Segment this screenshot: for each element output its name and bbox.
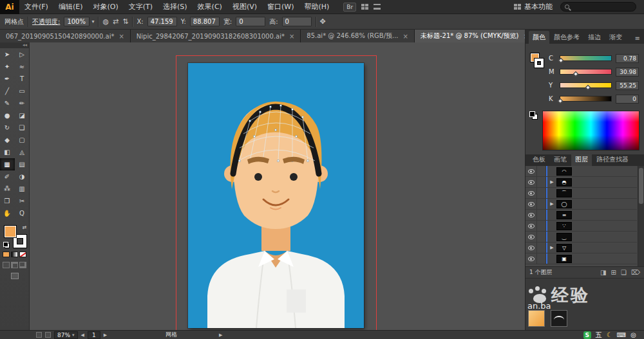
new-layer-icon[interactable]: ❏ bbox=[621, 269, 627, 276]
x-input[interactable]: 47.159 bbox=[147, 17, 177, 26]
panel-stroke-swatch[interactable] bbox=[535, 59, 544, 68]
visibility-toggle[interactable] bbox=[526, 253, 537, 264]
artboard-tool[interactable]: ❒ bbox=[0, 195, 15, 207]
cyan-slider[interactable] bbox=[560, 55, 612, 61]
cyan-value-input[interactable]: 0.78 bbox=[616, 54, 639, 63]
ime-logo[interactable]: S bbox=[583, 331, 591, 339]
mesh-tool[interactable]: ▦ bbox=[0, 158, 15, 170]
new-sublayer-icon[interactable]: ⊞ bbox=[611, 269, 616, 276]
magenta-slider[interactable] bbox=[560, 69, 612, 75]
menu-view[interactable]: 视图(V) bbox=[227, 0, 262, 14]
expand-triangle-icon[interactable]: ▶ bbox=[549, 179, 554, 185]
opacity-label[interactable]: 不透明度: bbox=[32, 17, 60, 26]
lock-toggle[interactable] bbox=[537, 253, 546, 264]
lock-toggle[interactable] bbox=[537, 188, 546, 198]
layer-row[interactable]: ≡ bbox=[526, 210, 637, 221]
yellow-slider[interactable] bbox=[560, 82, 612, 88]
layer-row[interactable]: ▣ bbox=[526, 253, 637, 264]
menu-window[interactable]: 窗口(W) bbox=[262, 0, 299, 14]
free-transform-tool[interactable]: ▢ bbox=[15, 134, 30, 146]
selection-tool[interactable]: ➤ bbox=[0, 48, 15, 60]
zoom-tool[interactable]: Q bbox=[15, 207, 30, 219]
tab-pathfinder[interactable]: 路径查找器 bbox=[592, 153, 632, 166]
black-white-swatches[interactable] bbox=[529, 111, 538, 120]
pencil-tool[interactable]: ✏ bbox=[15, 97, 30, 109]
document-tab-active[interactable]: 未标题-21* @ 87% (CMYK/预览) × bbox=[415, 30, 525, 42]
slice-tool[interactable]: ✂ bbox=[15, 195, 30, 207]
layer-row[interactable]: ◠ bbox=[526, 166, 637, 177]
type-tool[interactable]: T bbox=[15, 73, 30, 85]
transform-icon[interactable]: ✥ bbox=[320, 18, 326, 25]
tab-gradient[interactable]: 渐变 bbox=[605, 31, 626, 44]
artboard[interactable] bbox=[188, 63, 364, 328]
color-button[interactable] bbox=[3, 252, 10, 257]
zoom-select[interactable]: 87% ▾ bbox=[54, 331, 78, 339]
gradient-tool[interactable]: ▤ bbox=[15, 158, 30, 170]
panel-menu-icon[interactable]: ≡ bbox=[631, 33, 644, 44]
artboard-nav-input[interactable]: 1 bbox=[88, 331, 100, 339]
screen-mode-button[interactable] bbox=[11, 273, 19, 279]
lock-toggle[interactable] bbox=[537, 166, 546, 176]
black-slider[interactable] bbox=[560, 96, 612, 102]
hand-tool[interactable]: ✋ bbox=[0, 207, 15, 219]
tab-close-icon[interactable]: × bbox=[289, 33, 294, 40]
shape-builder-tool[interactable]: ◧ bbox=[0, 146, 15, 158]
document-tab[interactable]: 067_20190905150420890000.ai* × bbox=[0, 30, 131, 42]
ime-settings-icon[interactable]: ◎ bbox=[630, 331, 636, 338]
lasso-tool[interactable]: ≈ bbox=[15, 60, 30, 73]
rotate-tool[interactable]: ↻ bbox=[0, 122, 15, 134]
symbol-sprayer-tool[interactable]: ⁂ bbox=[0, 183, 15, 195]
layers-scrollbar[interactable] bbox=[638, 166, 644, 266]
prev-artboard-icon[interactable]: ◀ bbox=[81, 333, 84, 338]
blob-brush-tool[interactable]: ● bbox=[0, 109, 15, 122]
scrollbar-thumb[interactable] bbox=[639, 168, 643, 204]
eyedropper-tool[interactable]: ✐ bbox=[0, 170, 15, 183]
layer-row[interactable]: ⌒ bbox=[526, 188, 637, 199]
line-segment-tool[interactable]: ╱ bbox=[0, 85, 15, 97]
delete-layer-icon[interactable]: ⌦ bbox=[631, 269, 640, 276]
tab-stroke[interactable]: 描边 bbox=[584, 31, 605, 44]
width-tool[interactable]: ◆ bbox=[0, 134, 15, 146]
magenta-value-input[interactable]: 30.98 bbox=[616, 68, 639, 77]
pen-tool[interactable]: ✒ bbox=[0, 73, 15, 85]
layer-row[interactable]: ‿ bbox=[526, 232, 637, 243]
eraser-tool[interactable]: ◪ bbox=[15, 109, 30, 122]
lock-toggle[interactable] bbox=[537, 221, 546, 231]
color-spectrum[interactable] bbox=[542, 111, 639, 151]
menu-file[interactable]: 文件(F) bbox=[19, 0, 53, 14]
library-thumbnail-orange[interactable] bbox=[528, 310, 545, 327]
layer-row[interactable]: ∵ bbox=[526, 221, 637, 232]
make-clipping-mask-icon[interactable]: ◨ bbox=[600, 269, 606, 276]
gradient-button[interactable] bbox=[11, 252, 18, 257]
expand-triangle-icon[interactable]: ▶ bbox=[549, 245, 554, 250]
lock-toggle[interactable] bbox=[537, 199, 546, 209]
menu-select[interactable]: 选择(S) bbox=[158, 0, 193, 14]
rectangle-tool[interactable]: ▭ bbox=[15, 85, 30, 97]
tab-color[interactable]: 颜色 bbox=[529, 31, 549, 44]
blend-tool[interactable]: ◑ bbox=[15, 170, 30, 183]
opacity-caret-icon[interactable]: ▾ bbox=[91, 19, 94, 24]
menu-object[interactable]: 对象(O) bbox=[88, 0, 123, 14]
width-input[interactable]: 0 bbox=[236, 17, 265, 26]
scale-tool[interactable]: ❏ bbox=[15, 122, 30, 134]
menu-help[interactable]: 帮助(H) bbox=[299, 0, 334, 14]
draw-behind-icon[interactable] bbox=[11, 262, 18, 268]
search-input[interactable] bbox=[560, 2, 636, 12]
statusbar-icon-2[interactable] bbox=[45, 332, 51, 338]
status-menu-icon[interactable]: ▶ bbox=[219, 333, 222, 338]
visibility-toggle[interactable] bbox=[526, 221, 537, 231]
slider-thumb[interactable] bbox=[558, 98, 563, 104]
fill-color-swatch[interactable] bbox=[4, 225, 17, 238]
recolor-artwork-icon[interactable]: ◍ bbox=[102, 18, 109, 25]
document-tab[interactable]: Nipic_29842067_20190903182608301000.ai* … bbox=[131, 30, 301, 42]
lock-toggle[interactable] bbox=[537, 177, 546, 187]
black-value-input[interactable]: 0 bbox=[616, 95, 639, 104]
paintbrush-tool[interactable]: ✎ bbox=[0, 97, 15, 109]
visibility-toggle[interactable] bbox=[526, 243, 537, 253]
direct-selection-tool[interactable]: ▷ bbox=[15, 48, 30, 60]
flip-vertical-icon[interactable]: ⇅ bbox=[122, 18, 128, 25]
visibility-toggle[interactable] bbox=[526, 210, 537, 220]
document-tab[interactable]: 85.ai* @ 246.68% (RGB/预... × bbox=[301, 30, 415, 42]
statusbar-icon-1[interactable] bbox=[36, 332, 42, 338]
slider-thumb[interactable] bbox=[573, 71, 578, 77]
